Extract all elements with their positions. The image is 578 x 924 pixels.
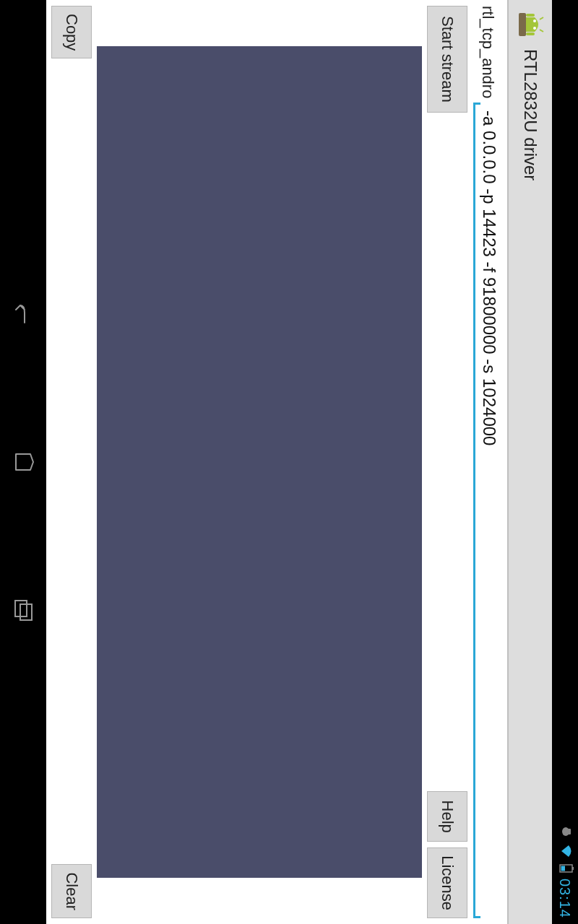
- top-button-row: Start stream Help License: [422, 0, 473, 924]
- svg-line-12: [540, 17, 543, 19]
- recent-apps-icon: [12, 597, 35, 622]
- app-icon: [513, 7, 548, 42]
- args-input[interactable]: [473, 103, 502, 918]
- command-prefix-label: rtl_tcp_andro: [478, 6, 497, 98]
- back-button[interactable]: [12, 302, 35, 327]
- battery-icon: [556, 864, 574, 873]
- home-icon: [12, 450, 35, 474]
- app-body: rtl_tcp_andro Start stream Help License …: [46, 0, 507, 924]
- back-icon: [12, 302, 35, 327]
- clock: 03:14: [557, 879, 574, 918]
- svg-point-9: [533, 27, 536, 30]
- status-bar: 03:14: [552, 0, 578, 924]
- svg-rect-7: [519, 13, 526, 36]
- svg-rect-5: [573, 867, 574, 870]
- svg-point-8: [533, 19, 536, 22]
- system-nav-bar: [0, 0, 46, 924]
- svg-rect-10: [526, 14, 535, 17]
- title-bar: RTL2832U driver: [507, 0, 552, 924]
- clear-button[interactable]: Clear: [51, 864, 92, 918]
- usb-debug-icon: [557, 825, 574, 838]
- license-button[interactable]: License: [427, 847, 467, 918]
- start-stream-button[interactable]: Start stream: [427, 6, 467, 113]
- svg-rect-3: [569, 829, 571, 834]
- svg-line-13: [540, 30, 543, 32]
- args-row: rtl_tcp_andro: [473, 0, 507, 924]
- args-input-wrap: [473, 103, 502, 918]
- recent-apps-button[interactable]: [12, 597, 35, 622]
- svg-rect-11: [526, 32, 535, 35]
- home-button[interactable]: [12, 450, 35, 474]
- wifi-icon: [557, 844, 574, 858]
- copy-button[interactable]: Copy: [51, 6, 92, 58]
- app-title: RTL2832U driver: [520, 49, 540, 180]
- console-output[interactable]: [97, 46, 422, 878]
- help-button[interactable]: Help: [427, 791, 467, 842]
- bottom-button-row: Copy Clear: [46, 0, 97, 924]
- svg-rect-6: [561, 866, 566, 871]
